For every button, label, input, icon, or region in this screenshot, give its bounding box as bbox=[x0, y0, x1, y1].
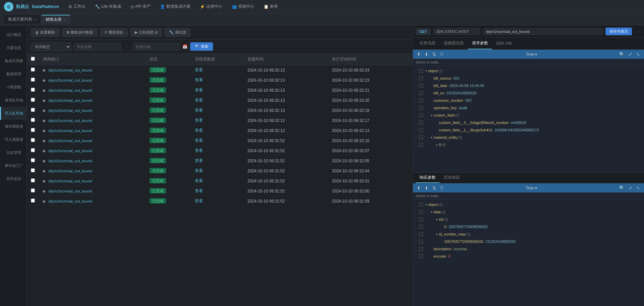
row-related[interactable]: 查看 bbox=[191, 156, 243, 166]
row-related[interactable]: 查看 bbox=[191, 196, 243, 206]
tree-copy-btn[interactable]: ⤡ bbox=[635, 51, 641, 57]
tab-response-params[interactable]: 响应参数 bbox=[416, 173, 440, 183]
tab-sdk-info[interactable]: SDK Info bbox=[492, 38, 516, 49]
tree-expand-icon[interactable]: ▾ bbox=[435, 218, 439, 221]
tree-node[interactable]: ::▾ids [1] bbox=[413, 216, 644, 223]
row-related-link[interactable]: 查看 bbox=[195, 138, 203, 143]
row-api-path[interactable]: ▶ /jdy/v2/scm/sal_out_bound bbox=[39, 126, 146, 136]
tree-expand-icon[interactable]: ▾ bbox=[430, 210, 434, 214]
row-related-link[interactable]: 查看 bbox=[195, 158, 203, 163]
row-api-link[interactable]: /jdy/v2/scm/sal_out_bound bbox=[48, 149, 92, 153]
tree-node-checkbox[interactable] bbox=[419, 247, 423, 251]
tree-node[interactable]: ::▾data {2} bbox=[413, 208, 644, 216]
row-api-path[interactable]: ▶ /jdy/v2/scm/sal_out_bound bbox=[39, 105, 146, 116]
start-date-input[interactable] bbox=[74, 43, 121, 50]
row-checkbox[interactable] bbox=[31, 158, 35, 162]
tree-expand-icon[interactable]: ▾ bbox=[435, 232, 439, 236]
schedule-now-button[interactable]: ▶ 立刻调度 dt bbox=[130, 28, 162, 37]
tree-node[interactable]: ::▾object {3} bbox=[413, 201, 644, 208]
batch-delete-button[interactable]: 🗑 批量删除 bbox=[31, 28, 59, 37]
tree-node-checkbox[interactable] bbox=[419, 121, 423, 125]
tree-node-checkbox[interactable] bbox=[419, 239, 423, 244]
select-all-header[interactable] bbox=[27, 54, 39, 65]
row-related[interactable]: 查看 bbox=[191, 85, 243, 95]
row-related-link[interactable]: 查看 bbox=[195, 108, 203, 113]
row-api-link[interactable]: /jdy/v2/scm/sal_out_bound bbox=[48, 199, 92, 203]
row-checkbox-cell[interactable] bbox=[27, 136, 39, 146]
tree-node-checkbox[interactable] bbox=[419, 232, 423, 236]
row-related[interactable]: 查看 bbox=[191, 176, 243, 186]
tree-node[interactable]: ::description:success bbox=[413, 245, 644, 253]
row-api-path[interactable]: ▶ /jdy/v2/scm/sal_out_bound bbox=[39, 196, 146, 206]
row-checkbox-cell[interactable] bbox=[27, 166, 39, 176]
row-api-link[interactable]: /jdy/v2/scm/sal_out_bound bbox=[48, 98, 92, 102]
sidebar-item-request-scheduler[interactable]: 请求调度者 bbox=[0, 120, 26, 133]
tree-expand-icon[interactable]: ▾ bbox=[424, 203, 428, 207]
resp-tree-filter-btn[interactable]: ▽ bbox=[439, 185, 445, 191]
row-checkbox[interactable] bbox=[31, 88, 35, 92]
row-related-link[interactable]: 查看 bbox=[195, 118, 203, 123]
nav-item-finance[interactable]: 📋 财务 bbox=[260, 2, 282, 11]
row-checkbox-cell[interactable] bbox=[27, 65, 39, 75]
resp-tree-collapse-btn[interactable]: ⬇ bbox=[423, 185, 430, 191]
row-checkbox-cell[interactable] bbox=[27, 156, 39, 166]
tree-expand-icon[interactable]: ▾ bbox=[435, 143, 439, 147]
tree-expand-all-btn[interactable]: ⬆ bbox=[416, 51, 422, 57]
select-all-checkbox[interactable] bbox=[31, 57, 35, 61]
tab-integration-list[interactable]: 集成方案列表 × bbox=[4, 15, 40, 24]
resp-tree-search-btn[interactable]: 🔍 bbox=[618, 185, 626, 191]
row-related[interactable]: 查看 bbox=[191, 105, 243, 116]
tree-sort-btn[interactable]: ⇅ bbox=[431, 51, 437, 57]
tree-filter-btn[interactable]: ▽ bbox=[439, 51, 445, 57]
more-options-button[interactable]: ··· bbox=[635, 29, 641, 34]
sidebar-item-exception-monitor[interactable]: 异常监控 bbox=[0, 172, 26, 185]
nav-item-ops[interactable]: ⚡ 运维中心 bbox=[196, 2, 226, 11]
row-api-link[interactable]: /jdy/v2/scm/sal_out_bound bbox=[48, 139, 92, 143]
tab-integration-list-close[interactable]: × bbox=[34, 17, 36, 21]
row-api-path[interactable]: ▶ /jdy/v2/scm/sal_out_bound bbox=[39, 95, 146, 105]
resp-tree-sort-btn[interactable]: ⇅ bbox=[431, 185, 437, 191]
row-checkbox[interactable] bbox=[31, 98, 35, 102]
tree-view-btn[interactable]: Tree ▾ bbox=[524, 51, 539, 57]
row-related-link[interactable]: 查看 bbox=[195, 78, 203, 82]
row-related[interactable]: 查看 bbox=[191, 186, 243, 196]
row-checkbox-cell[interactable] bbox=[27, 186, 39, 196]
row-related[interactable]: 查看 bbox=[191, 136, 243, 146]
tree-node[interactable]: ::2057835772609836032:CK202410082029 bbox=[413, 238, 644, 245]
debug-button[interactable]: 🔧 调试器 bbox=[165, 28, 191, 37]
row-api-path[interactable]: ▶ /jdy/v2/scm/sal_out_bound bbox=[39, 75, 146, 85]
tree-node-checkbox[interactable] bbox=[419, 254, 423, 258]
queue-status-filter[interactable]: 队列状态 bbox=[31, 43, 71, 51]
tree-search-btn[interactable]: 🔍 bbox=[618, 51, 626, 57]
tree-node-checkbox[interactable] bbox=[419, 135, 423, 139]
row-related-link[interactable]: 查看 bbox=[195, 128, 203, 133]
sidebar-item-write-scheduler[interactable]: 写入调度者 bbox=[0, 133, 26, 146]
row-checkbox[interactable] bbox=[31, 178, 35, 182]
sidebar-item-overview[interactable]: 运行概况 bbox=[0, 28, 26, 41]
tree-node[interactable]: ::bill_no:CK202410082029 bbox=[413, 89, 644, 97]
row-api-link[interactable]: /jdy/v2/scm/sal_out_bound bbox=[48, 189, 92, 193]
tree-node[interactable]: ::▾custom_field {2} bbox=[413, 112, 644, 119]
sidebar-item-log[interactable]: 日志管理 bbox=[0, 146, 26, 159]
row-checkbox-cell[interactable] bbox=[27, 85, 39, 95]
row-related[interactable]: 查看 bbox=[191, 166, 243, 176]
row-related[interactable]: 查看 bbox=[191, 95, 243, 105]
search-button[interactable]: 🔍 搜索 bbox=[190, 42, 213, 51]
row-related-link[interactable]: 查看 bbox=[195, 68, 203, 72]
end-date-input[interactable] bbox=[133, 43, 180, 50]
row-checkbox[interactable] bbox=[31, 138, 35, 142]
row-api-path[interactable]: ▶ /jdy/v2/scm/sal_out_bound bbox=[39, 166, 146, 176]
nav-item-workbench[interactable]: ⚙ 工作台 bbox=[64, 2, 90, 11]
row-related-link[interactable]: 查看 bbox=[195, 148, 203, 153]
sidebar-item-relation-map[interactable]: 集成关系图 bbox=[0, 54, 26, 68]
row-related-link[interactable]: 查看 bbox=[195, 98, 203, 102]
tree-node-checkbox[interactable] bbox=[419, 225, 423, 229]
tree-actions-btn[interactable]: ⤢ bbox=[627, 51, 634, 57]
row-checkbox[interactable] bbox=[31, 78, 35, 82]
api-path-input[interactable] bbox=[483, 28, 603, 35]
row-api-path[interactable]: ▶ /jdy/v2/scm/sal_out_bound bbox=[39, 176, 146, 186]
row-api-link[interactable]: /jdy/v2/scm/sal_out_bound bbox=[48, 159, 92, 163]
row-checkbox[interactable] bbox=[31, 128, 35, 132]
tab-history-response[interactable]: 历史响应 bbox=[440, 173, 464, 183]
tab-sales-outbound-close[interactable]: × bbox=[64, 18, 66, 22]
